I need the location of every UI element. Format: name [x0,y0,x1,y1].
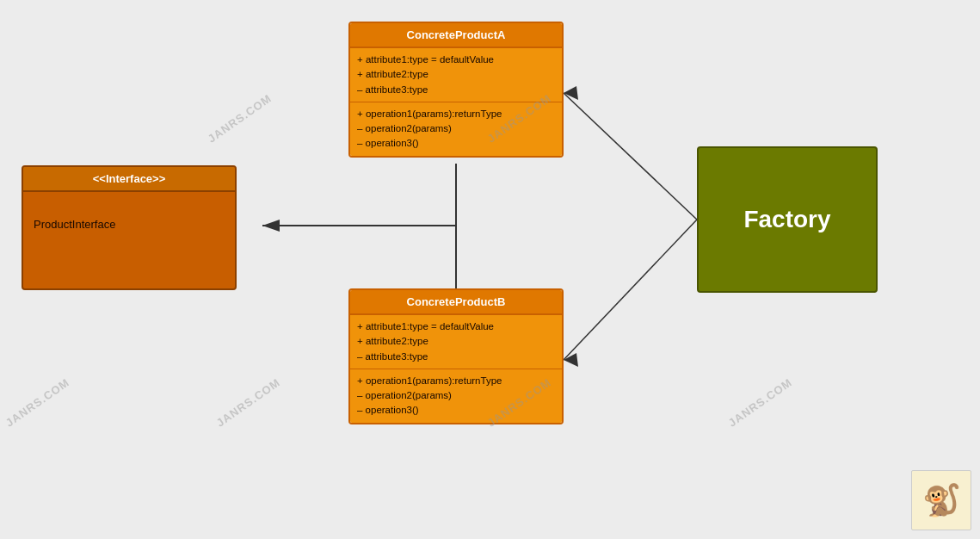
cpa-attr2: + attribute2:type [357,67,555,82]
concrete-product-b-operations: + operation1(params):returnType – operat… [350,369,562,423]
cpb-attr2: + attribute2:type [357,334,555,349]
cpa-attr1: + attribute1:type = defaultValue [357,53,555,67]
watermark-5: JANRS.COM [206,91,274,145]
factory-box: Factory [697,146,878,293]
svg-marker-7 [564,353,578,367]
svg-line-4 [564,93,697,220]
concrete-product-b-box: ConcreteProductB + attribute1:type = def… [348,288,564,424]
interface-body: ProductInterface [23,192,235,261]
cpa-op2: – operation2(params) [357,121,555,136]
cpb-op3: – operation3() [357,403,555,418]
diagram-canvas: <<Interface>> ProductInterface ConcreteP… [0,0,980,539]
cpb-op1: + operation1(params):returnType [357,374,555,388]
concrete-product-b-header: ConcreteProductB [350,290,562,315]
concrete-product-a-box: ConcreteProductA + attribute1:type = def… [348,22,564,158]
factory-label: Factory [743,206,830,233]
interface-header: <<Interface>> [23,167,235,192]
watermark-2: JANRS.COM [214,375,283,429]
cpb-attr1: + attribute1:type = defaultValue [357,319,555,334]
cpa-attr3: – attribute3:type [357,83,555,97]
concrete-product-a-header: ConcreteProductA [350,23,562,48]
svg-line-6 [564,220,697,360]
svg-marker-2 [262,220,280,232]
svg-marker-5 [564,86,578,100]
interface-name: ProductInterface [34,218,225,231]
cpa-op3: – operation3() [357,136,555,151]
concrete-product-a-attributes: + attribute1:type = defaultValue + attri… [350,48,562,102]
monkey-image: 🐒 [911,470,971,530]
watermark-4: JANRS.COM [726,375,795,429]
concrete-product-b-attributes: + attribute1:type = defaultValue + attri… [350,315,562,369]
concrete-product-a-operations: + operation1(params):returnType – operat… [350,102,562,156]
interface-box: <<Interface>> ProductInterface [22,165,237,290]
watermark-1: JANRS.COM [3,375,72,429]
cpa-op1: + operation1(params):returnType [357,107,555,121]
cpb-attr3: – attribute3:type [357,350,555,364]
cpb-op2: – operation2(params) [357,388,555,403]
